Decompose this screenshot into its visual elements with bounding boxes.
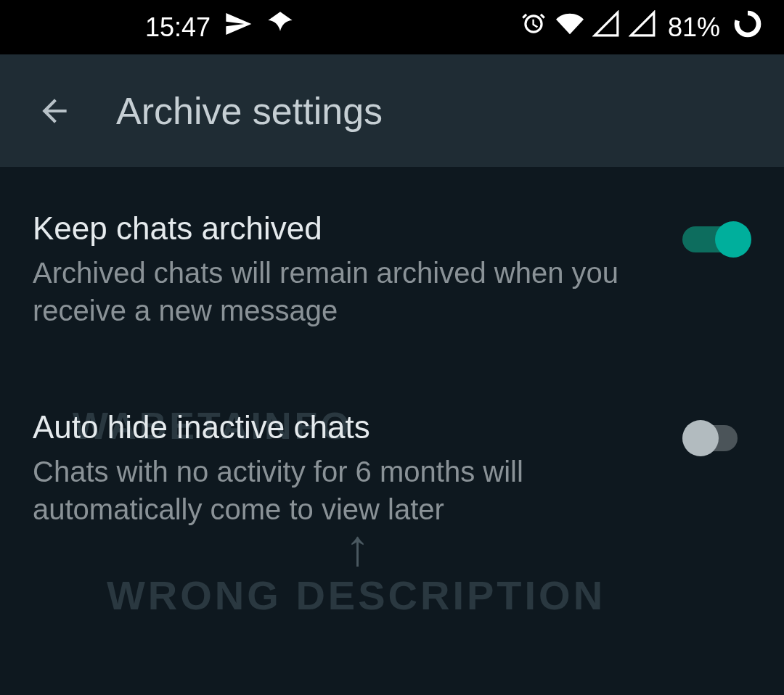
wifi-icon xyxy=(556,10,584,44)
setting-auto-hide[interactable]: Auto hide inactive chats Chats with no a… xyxy=(33,409,751,528)
toggle-thumb xyxy=(715,221,751,258)
status-time: 15:47 xyxy=(145,12,211,43)
app-bar: Archive settings xyxy=(0,54,784,167)
page-title: Archive settings xyxy=(116,89,383,133)
battery-circle-icon xyxy=(733,9,762,45)
setting-text: Keep chats archived Archived chats will … xyxy=(33,210,628,329)
battery-percent: 81% xyxy=(668,12,720,43)
setting-description: Chats with no activity for 6 months will… xyxy=(33,453,628,528)
status-right: 81% xyxy=(520,9,762,45)
status-bar: 15:47 81% xyxy=(0,0,784,54)
signal-icon-2 xyxy=(629,10,656,44)
alarm-icon xyxy=(520,10,547,44)
signal-icon-1 xyxy=(592,10,620,44)
toggle-auto-hide[interactable] xyxy=(682,420,751,456)
settings-content: Keep chats archived Archived chats will … xyxy=(0,167,784,651)
setting-description: Archived chats will remain archived when… xyxy=(33,254,628,329)
setting-title: Keep chats archived xyxy=(33,210,628,247)
send-icon xyxy=(224,9,253,45)
setting-text: Auto hide inactive chats Chats with no a… xyxy=(33,409,628,528)
setting-title: Auto hide inactive chats xyxy=(33,409,628,445)
back-button[interactable] xyxy=(36,93,73,129)
svg-point-0 xyxy=(737,13,759,35)
setting-keep-archived[interactable]: Keep chats archived Archived chats will … xyxy=(33,210,751,329)
status-left: 15:47 xyxy=(145,9,295,45)
wifi-badge-icon xyxy=(266,9,295,45)
toggle-thumb xyxy=(682,420,719,456)
toggle-keep-archived[interactable] xyxy=(682,221,751,258)
